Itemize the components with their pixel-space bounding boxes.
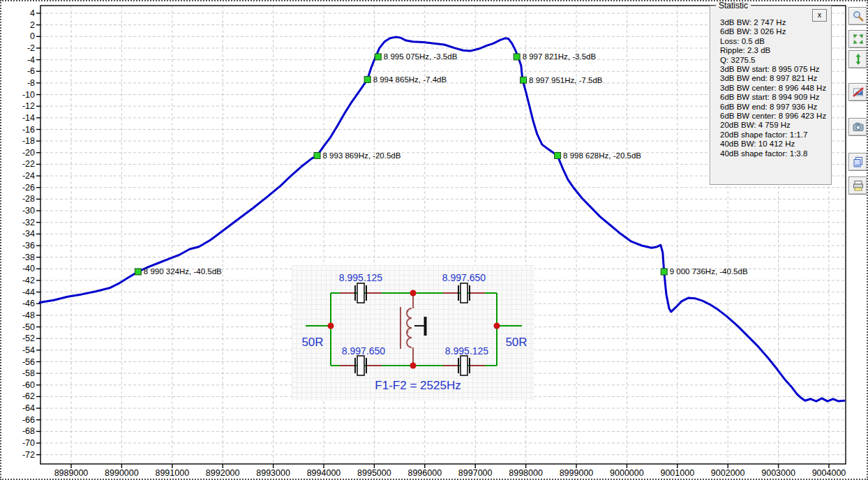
x-tick-label: 8999000 (560, 468, 594, 478)
printer-icon (852, 179, 865, 192)
marker-label: 9 000 736Hz, -40.5dB (670, 267, 748, 276)
y-tick-label: -28 (22, 194, 35, 204)
y-tick-label: -14 (22, 113, 35, 123)
y-tick-label: -22 (22, 159, 35, 169)
zoom-button[interactable] (848, 7, 867, 25)
statistic-lines: 3dB BW: 2 747 Hz6dB BW: 3 026 HzLoss: 0.… (720, 18, 828, 158)
y-tick-label: 0 (30, 31, 35, 41)
hide-graph-button[interactable] (848, 83, 867, 101)
y-tick-label: -64 (22, 403, 35, 413)
y-tick-label: -40 (22, 264, 35, 273)
y-tick-label: -12 (22, 101, 35, 111)
fit-vertical-button[interactable] (848, 50, 867, 68)
magnifier-icon (852, 10, 865, 22)
x-tick-label: 8997000 (458, 468, 493, 478)
y-tick-label: -18 (22, 136, 35, 146)
statistic-line: 3dB BW center: 8 996 448 Hz (720, 84, 828, 93)
x-tick-label: 9004000 (812, 468, 846, 478)
statistic-line: 6dB BW end: 8 997 936 Hz (720, 103, 828, 112)
y-tick-label: -8 (27, 78, 35, 88)
y-tick-label: -6 (27, 66, 35, 76)
y-tick-label: -20 (22, 148, 35, 158)
y-tick-label: -44 (22, 287, 35, 297)
transformer-coil (401, 293, 413, 366)
statistic-line: 40dB BW: 10 412 Hz (720, 140, 828, 149)
y-tick-label: -32 (22, 218, 35, 227)
statistic-line: 6dB BW start: 8 994 909 Hz (720, 93, 828, 102)
y-tick-label: -16 (22, 125, 35, 135)
statistic-line: 6dB BW: 3 026 Hz (720, 27, 828, 36)
y-tick-label: -46 (22, 299, 35, 308)
marker-point[interactable] (135, 269, 141, 275)
filter-design-window: 420-2-4-6-8-10-12-14-16-18-20-22-24-26-2… (0, 0, 868, 480)
snapshot-button[interactable] (848, 118, 867, 136)
marker-label: 8 997 821Hz, -3.5dB (523, 52, 597, 61)
marker-point[interactable] (375, 54, 381, 60)
marker-label: 8 995 075Hz, -3.5dB (384, 52, 458, 61)
lattice-filter-schematic: 8.995.125 8.997.650 8.997.650 8.995.125 … (292, 265, 534, 400)
x-tick-label: 8990000 (105, 468, 139, 478)
vertical-arrows-icon (852, 53, 865, 66)
x-tick-label: 8992000 (206, 468, 240, 478)
statistic-line: Loss: 0.5 dB (720, 37, 828, 46)
y-tick-label: -70 (22, 438, 35, 448)
x-tick-label: 9000000 (610, 468, 644, 478)
marker-point[interactable] (661, 269, 667, 275)
x-tick-label: 8993000 (256, 468, 290, 478)
y-tick-label: -26 (22, 183, 35, 193)
x-tick-label: 9003000 (761, 468, 795, 478)
four-arrows-icon (852, 33, 865, 45)
x-tick-label: 9001000 (660, 468, 694, 478)
statistic-line: Ripple: 2.3 dB (720, 46, 828, 55)
copy-button[interactable] (848, 153, 867, 171)
y-tick-label: -30 (22, 206, 35, 216)
source-impedance-label: 50R (301, 336, 323, 349)
y-tick-label: -34 (22, 229, 35, 239)
marker-point[interactable] (364, 76, 371, 82)
y-tick-label: -4 (27, 55, 35, 65)
y-tick-label: 2 (30, 20, 35, 30)
y-tick-label: -50 (22, 322, 35, 332)
marker-label: 8 993 869Hz, -20.5dB (323, 151, 401, 160)
crystal-value-top-right: 8.997.650 (442, 272, 486, 283)
copy-icon (852, 156, 865, 168)
statistic-panel[interactable]: Statistic x 3dB BW: 2 747 Hz6dB BW: 3 02… (710, 6, 832, 185)
statistic-line: 6dB BW center: 8 996 423 Hz (720, 112, 828, 121)
crystal-value-top-left: 8.995.125 (339, 272, 382, 283)
statistic-line: Q: 3275.5 (720, 56, 828, 65)
x-tick-label: 8998000 (509, 468, 543, 478)
crystal-value-bottom-left: 8.997.650 (342, 345, 385, 357)
statistic-panel-title: Statistic (716, 1, 751, 10)
y-tick-label: -42 (22, 276, 35, 285)
marker-point[interactable] (555, 152, 561, 158)
statistic-line: 20dB shape factor: 1:1.7 (720, 130, 828, 140)
y-tick-label: -72 (22, 450, 35, 460)
statistic-line: 40dB shape factor: 1:3.8 (720, 149, 828, 158)
statistic-line: 3dB BW start: 8 995 075 Hz (720, 65, 828, 74)
camera-icon (852, 121, 865, 133)
y-tick-label: -66 (22, 415, 35, 425)
statistic-line: 20dB BW: 4 759 Hz (720, 121, 828, 130)
fit-all-button[interactable] (848, 30, 867, 48)
print-button[interactable] (848, 177, 867, 195)
y-tick-label: -56 (22, 357, 35, 367)
x-tick-label: 9002000 (711, 468, 745, 478)
y-tick-label: -38 (22, 253, 35, 262)
marker-point[interactable] (314, 152, 320, 158)
marker-point[interactable] (521, 77, 527, 83)
x-tick-label: 8989000 (54, 468, 89, 478)
y-tick-label: 4 (30, 8, 35, 18)
marker-point[interactable] (514, 54, 520, 60)
y-tick-label: -62 (22, 391, 35, 401)
marker-label: 8 998 628Hz, -20.5dB (563, 151, 641, 160)
y-tick-label: -52 (22, 333, 35, 343)
y-tick-label: -68 (22, 426, 35, 436)
statistic-line: 3dB BW: 2 747 Hz (720, 18, 828, 27)
load-impedance-label: 50R (505, 336, 527, 349)
marker-label: 8 997 951Hz, -7.5dB (529, 76, 603, 84)
y-tick-label: -10 (22, 90, 35, 100)
statistic-line: 3dB BW end: 8 997 821 Hz (720, 74, 828, 83)
y-tick-label: -36 (22, 241, 35, 250)
x-tick-label: 8994000 (307, 468, 341, 478)
chart-slash-icon (852, 86, 865, 98)
